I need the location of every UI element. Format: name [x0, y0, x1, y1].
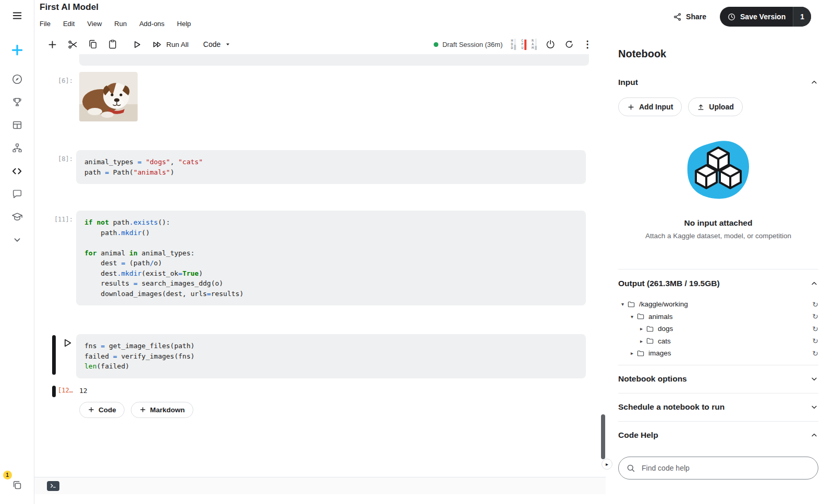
add-markdown-cell-button[interactable]: Markdown	[131, 402, 193, 418]
run-cell-button[interactable]	[131, 39, 142, 50]
output-tree-row[interactable]: ▸images↻	[618, 347, 818, 360]
sidebar-item-discussions[interactable]	[7, 183, 28, 204]
output-tree-row[interactable]: ▾/kaggle/working↻	[618, 298, 818, 311]
panel-collapse-button[interactable]: ▸	[602, 459, 612, 470]
active-events-button[interactable]: 1	[7, 475, 28, 496]
output-tree-row[interactable]: ▸dogs↻	[618, 323, 818, 335]
share-icon	[673, 13, 682, 21]
save-version-main[interactable]: Save Version	[720, 7, 793, 27]
kaggle-notebook-app: 1 First AI Model FileEditViewRunAdd-onsH…	[0, 0, 834, 504]
share-button[interactable]: Share	[673, 13, 706, 21]
chevron-down-icon[interactable]	[810, 375, 818, 383]
code-cell[interactable]: if not path.exists(): path.mkdir() for a…	[76, 211, 586, 305]
chevron-up-icon[interactable]	[810, 279, 818, 288]
output-tree-row[interactable]: ▾animals↻	[618, 311, 818, 323]
chevron-up-icon[interactable]	[810, 78, 818, 87]
more-options-button[interactable]: ⋮	[583, 39, 592, 50]
menu-file[interactable]: File	[40, 20, 51, 28]
notebook-main: Run All Code Draft Session (36m) HDDCPUR…	[34, 34, 606, 504]
play-icon	[62, 337, 73, 349]
refresh-icon[interactable]: ↻	[812, 325, 818, 333]
output-section-header[interactable]: Output (261.3MB / 19.5GB)	[618, 269, 818, 297]
code-help-search-input[interactable]	[618, 457, 818, 480]
meter-cpu[interactable]: CPU	[521, 39, 526, 50]
version-count-badge[interactable]: 1	[793, 7, 811, 27]
save-version-label: Save Version	[740, 13, 786, 21]
menu-run[interactable]: Run	[114, 20, 127, 28]
empty-state-title: No input attached	[684, 218, 753, 228]
restart-session-button[interactable]	[564, 39, 574, 50]
cubes-illustration	[682, 138, 755, 205]
sidebar-item-datasets[interactable]	[7, 115, 28, 136]
refresh-icon[interactable]: ↻	[812, 300, 818, 309]
menu-view[interactable]: View	[87, 20, 102, 28]
caret-right-icon[interactable]: ▸	[628, 350, 636, 356]
refresh-icon[interactable]: ↻	[812, 337, 818, 345]
sidebar-item-models[interactable]	[7, 138, 28, 158]
create-button[interactable]	[7, 40, 28, 60]
copy-cell-button[interactable]	[88, 39, 98, 50]
main-scrollbar[interactable]	[600, 34, 606, 504]
chevron-down-icon[interactable]	[810, 403, 818, 411]
menu-help[interactable]: Help	[177, 20, 191, 28]
upload-button[interactable]: Upload	[688, 97, 742, 116]
partial-cell-above[interactable]	[79, 54, 589, 66]
refresh-icon[interactable]: ↻	[812, 349, 818, 358]
input-section-header[interactable]: Input	[618, 78, 818, 87]
notebook-title[interactable]: First AI Model	[40, 2, 99, 13]
menu-edit[interactable]: Edit	[63, 20, 75, 28]
sidebar-item-more[interactable]	[7, 229, 28, 250]
graduation-cap-icon	[11, 211, 23, 223]
play-icon	[131, 39, 142, 50]
header-actions: Share Save Version 1	[673, 7, 811, 27]
folder-icon	[627, 300, 635, 309]
empty-state-subtitle: Attach a Kaggle dataset, model, or compe…	[645, 232, 791, 240]
caret-right-icon[interactable]: ▸	[637, 326, 646, 331]
meter-ram[interactable]: RAM	[532, 39, 537, 50]
plus-icon	[139, 406, 146, 413]
add-input-button[interactable]: Add Input	[618, 97, 682, 116]
menu-addons[interactable]: Add-ons	[139, 20, 164, 28]
terminal-button[interactable]	[47, 481, 59, 491]
code-cell[interactable]: animal_types = "dogs", "cats"path = Path…	[76, 150, 586, 184]
tree-node-label: animals	[648, 313, 673, 321]
meter-hdd[interactable]: HDD	[511, 39, 516, 50]
schedule-notebook-section[interactable]: Schedule a notebook to run	[618, 393, 818, 421]
cell-type-dropdown[interactable]: Code	[203, 40, 231, 48]
plus-icon	[47, 39, 58, 50]
chevron-up-icon[interactable]	[810, 431, 818, 439]
run-all-button[interactable]: Run All	[152, 39, 189, 50]
notebook-options-section[interactable]: Notebook options	[618, 365, 818, 393]
refresh-icon[interactable]: ↻	[812, 312, 818, 321]
sidebar-item-learn[interactable]	[7, 206, 28, 227]
power-button[interactable]	[545, 39, 556, 50]
cells-scroll-area[interactable]: [6]:	[34, 54, 598, 477]
sidebar-item-code[interactable]	[7, 161, 28, 181]
run-this-cell-button[interactable]	[62, 337, 73, 351]
output-tree-row[interactable]: ▸cats↻	[618, 335, 818, 348]
copy-icon	[88, 39, 98, 50]
plus-icon	[88, 406, 95, 413]
output-value: 12	[76, 385, 586, 395]
caret-down-icon[interactable]: ▾	[628, 314, 636, 319]
code-help-section[interactable]: Code Help	[618, 421, 818, 449]
output-file-tree: ▾/kaggle/working↻▾animals↻▸dogs↻▸cats↻▸i…	[618, 298, 818, 365]
caret-down-icon[interactable]: ▾	[618, 301, 627, 307]
cut-cell-button[interactable]	[67, 39, 78, 50]
scrollbar-thumb[interactable]	[601, 414, 605, 459]
hamburger-menu-button[interactable]	[7, 5, 28, 26]
add-code-cell-button[interactable]: Code	[79, 402, 125, 418]
scissors-icon	[67, 39, 78, 50]
add-cell-button[interactable]	[47, 39, 58, 50]
code-cell[interactable]: fns = get_image_files(path)failed = veri…	[76, 334, 586, 378]
paste-cell-button[interactable]	[107, 39, 118, 50]
session-status[interactable]: Draft Session (36m)	[434, 41, 503, 48]
caret-right-icon[interactable]: ▸	[637, 338, 646, 344]
code-cell-row: [8]: animal_types = "dogs", "cats"path =…	[34, 150, 598, 184]
folder-icon	[636, 312, 645, 321]
clipboard-icon	[107, 39, 118, 50]
sidebar-item-explore[interactable]	[7, 69, 28, 90]
sidebar-item-competitions[interactable]	[7, 92, 28, 113]
chevron-down-icon	[11, 234, 23, 245]
save-version-button[interactable]: Save Version 1	[720, 7, 811, 27]
